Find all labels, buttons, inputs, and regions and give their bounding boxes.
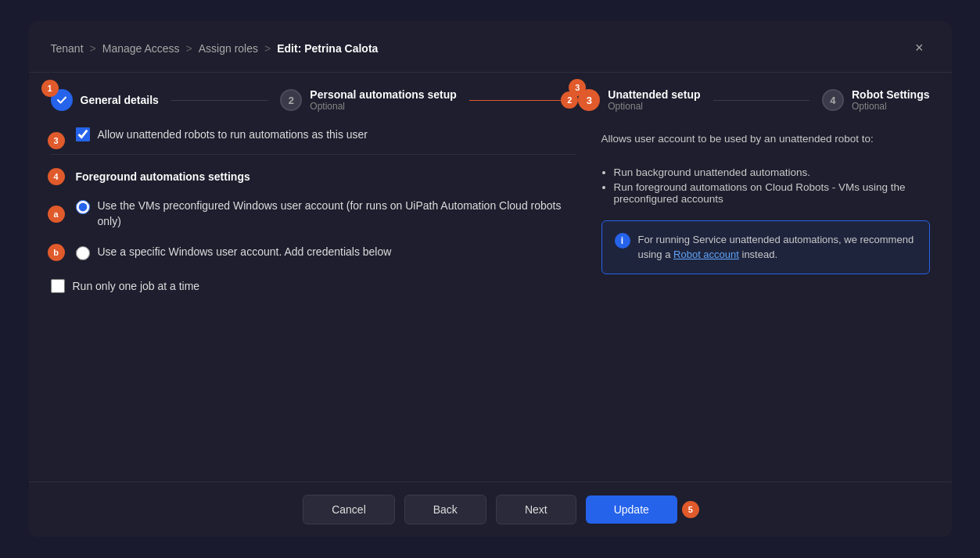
close-button[interactable]: × (909, 37, 930, 59)
breadcrumb-assign-roles: Assign roles (199, 42, 258, 55)
breadcrumb-tenant: Tenant (51, 42, 84, 55)
step-2-sub: Optional (310, 101, 456, 112)
footer: Cancel Back Next Update 5 (29, 481, 952, 537)
allow-unattended-row: 3 Allow unattended robots to run automat… (51, 127, 576, 155)
radio-option-a[interactable]: a Use the VMs preconfigured Windows user… (51, 199, 576, 229)
annotation-badge-5: 5 (682, 501, 699, 518)
right-panel: Allows user account to be used by an una… (601, 127, 930, 466)
info-box-text: For running Service unattended automatio… (638, 232, 917, 263)
allow-unattended-checkbox[interactable] (76, 127, 90, 141)
step-2-label: Personal automations setup Optional (310, 88, 456, 112)
back-button[interactable]: Back (404, 495, 486, 524)
next-button[interactable]: Next (496, 495, 576, 524)
step-4-sub: Optional (852, 101, 930, 112)
annotation-badge-4: 4 (48, 168, 65, 185)
breadcrumb-sep-2: > (186, 42, 192, 55)
info-box: i For running Service unattended automat… (601, 220, 930, 274)
radio-vm-preconfigured[interactable] (76, 200, 90, 214)
modal-container: Tenant > Manage Access > Assign roles > … (29, 21, 952, 537)
step-1-title: General details (81, 94, 159, 106)
step-4-number: 4 (822, 89, 844, 111)
run-one-job-row: Run only one job at a time (51, 279, 576, 293)
right-info-list: Run background unattended automations. R… (614, 166, 930, 208)
step-line-1 (171, 100, 267, 101)
info-icon: i (615, 233, 630, 249)
step-2-number: 2 (280, 89, 302, 111)
step-1-label: General details (81, 94, 159, 106)
allow-unattended-label: Allow unattended robots to run automatio… (98, 128, 368, 141)
step-3-sub: Optional (608, 101, 700, 112)
step-3-label: Unattended setup Optional (608, 88, 700, 112)
right-info-text: Allows user account to be used by an una… (601, 131, 930, 148)
foreground-heading: 4 Foreground automations settings (51, 170, 576, 183)
modal-header: Tenant > Manage Access > Assign roles > … (29, 21, 952, 73)
step-3-title: Unattended setup (608, 88, 700, 101)
radio-a-label: Use the VMs preconfigured Windows user a… (98, 199, 576, 229)
info-bullet-2: Run foreground automations on Cloud Robo… (614, 181, 930, 205)
cancel-button[interactable]: Cancel (303, 495, 395, 524)
radio-specific-account[interactable] (76, 246, 90, 260)
radio-b-label: Use a specific Windows user account. Add… (98, 245, 392, 260)
breadcrumb-current: Edit: Petrina Calota (277, 42, 378, 55)
content-area: 3 Allow unattended robots to run automat… (29, 127, 952, 481)
breadcrumb: Tenant > Manage Access > Assign roles > … (51, 42, 379, 55)
run-one-job-label: Run only one job at a time (73, 280, 200, 292)
info-bullet-1: Run background unattended automations. (614, 166, 930, 178)
update-button[interactable]: Update (586, 495, 677, 524)
step-4-label: Robot Settings Optional (852, 88, 930, 112)
step-line-3 (713, 100, 809, 101)
annotation-badge-1: 1 (41, 80, 59, 97)
left-panel: 3 Allow unattended robots to run automat… (51, 127, 576, 466)
radio-option-b[interactable]: b Use a specific Windows user account. A… (51, 245, 576, 260)
robot-account-link[interactable]: Robot account (673, 249, 739, 260)
annotation-badge-b: b (48, 244, 65, 261)
breadcrumb-sep-1: > (90, 42, 96, 55)
annotation-badge-row3: 3 (48, 132, 65, 149)
step-line-2 (469, 100, 565, 101)
breadcrumb-sep-3: > (264, 42, 271, 55)
step-2-title: Personal automations setup (310, 88, 456, 101)
breadcrumb-manage-access: Manage Access (102, 42, 180, 55)
annotation-badge-a: a (48, 206, 65, 223)
stepper: 1 General details 2 Personal automations… (29, 73, 952, 127)
step-4-title: Robot Settings (852, 88, 930, 101)
run-one-job-checkbox[interactable] (51, 279, 65, 293)
